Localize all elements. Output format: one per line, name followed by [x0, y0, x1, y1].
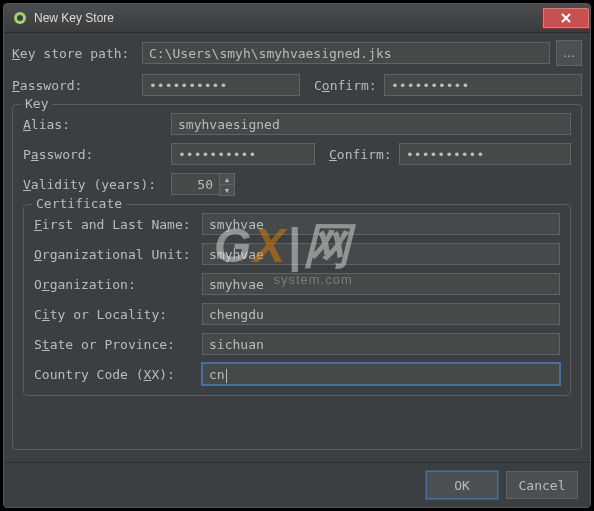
dialog-window: New Key Store Key store path: C:\Users\s… [3, 3, 591, 508]
first-last-row: First and Last Name: smyhvae [34, 213, 560, 235]
org-unit-label: Organizational Unit: [34, 247, 202, 262]
store-confirm-input[interactable]: •••••••••• [384, 74, 582, 96]
key-confirm-label: Confirm: [329, 147, 399, 162]
org-unit-row: Organizational Unit: smyhvae [34, 243, 560, 265]
state-row: State or Province: sichuan [34, 333, 560, 355]
country-input[interactable]: cn [202, 363, 560, 385]
ok-button[interactable]: OK [426, 471, 498, 499]
spinner-buttons: ▲ ▼ [219, 173, 235, 196]
state-input[interactable]: sichuan [202, 333, 560, 355]
org-input[interactable]: smyhvae [202, 273, 560, 295]
keystore-path-input[interactable]: C:\Users\smyh\smyhvaesigned.jks [142, 42, 550, 64]
store-password-row: Password: •••••••••• Confirm: •••••••••• [12, 74, 582, 96]
store-password-label: Password: [12, 78, 142, 93]
certificate-group: Certificate First and Last Name: smyhvae… [23, 204, 571, 396]
close-icon [561, 13, 571, 23]
city-input[interactable]: chengdu [202, 303, 560, 325]
key-group-legend: Key [21, 96, 52, 111]
key-password-row: Password: •••••••••• Confirm: •••••••••• [23, 143, 571, 165]
dialog-footer: OK Cancel [4, 462, 590, 507]
alias-label: Alias: [23, 117, 171, 132]
title-bar: New Key Store [4, 4, 590, 33]
city-label: City or Locality: [34, 307, 202, 322]
alias-input[interactable]: smyhvaesigned [171, 113, 571, 135]
dialog-body: Key store path: C:\Users\smyh\smyhvaesig… [12, 40, 582, 459]
close-button[interactable] [542, 7, 590, 29]
app-icon [12, 10, 28, 26]
country-label: Country Code (XX): [34, 367, 202, 382]
validity-spinner[interactable]: 50 ▲ ▼ [171, 173, 235, 196]
org-row: Organization: smyhvae [34, 273, 560, 295]
country-input-text: cn [209, 367, 225, 382]
first-last-label: First and Last Name: [34, 217, 202, 232]
validity-label: Validity (years): [23, 177, 171, 192]
spinner-down-button[interactable]: ▼ [220, 185, 234, 195]
window-title: New Key Store [34, 11, 114, 25]
store-confirm-label: Confirm: [314, 78, 384, 93]
key-confirm-input[interactable]: •••••••••• [399, 143, 571, 165]
org-label: Organization: [34, 277, 202, 292]
store-password-input[interactable]: •••••••••• [142, 74, 300, 96]
certificate-legend: Certificate [32, 196, 126, 211]
city-row: City or Locality: chengdu [34, 303, 560, 325]
validity-row: Validity (years): 50 ▲ ▼ [23, 173, 571, 196]
first-last-input[interactable]: smyhvae [202, 213, 560, 235]
org-unit-input[interactable]: smyhvae [202, 243, 560, 265]
country-row: Country Code (XX): cn [34, 363, 560, 385]
keystore-path-row: Key store path: C:\Users\smyh\smyhvaesig… [12, 40, 582, 66]
cancel-button[interactable]: Cancel [506, 471, 578, 499]
spinner-up-button[interactable]: ▲ [220, 174, 234, 185]
key-group: Key Alias: smyhvaesigned Password: •••••… [12, 104, 582, 450]
browse-path-button[interactable]: … [556, 40, 582, 66]
key-password-label: Password: [23, 147, 171, 162]
text-caret [226, 369, 227, 383]
validity-input[interactable]: 50 [171, 173, 219, 195]
svg-point-1 [17, 15, 23, 21]
alias-row: Alias: smyhvaesigned [23, 113, 571, 135]
key-password-input[interactable]: •••••••••• [171, 143, 315, 165]
keystore-path-label: Key store path: [12, 46, 142, 61]
state-label: State or Province: [34, 337, 202, 352]
